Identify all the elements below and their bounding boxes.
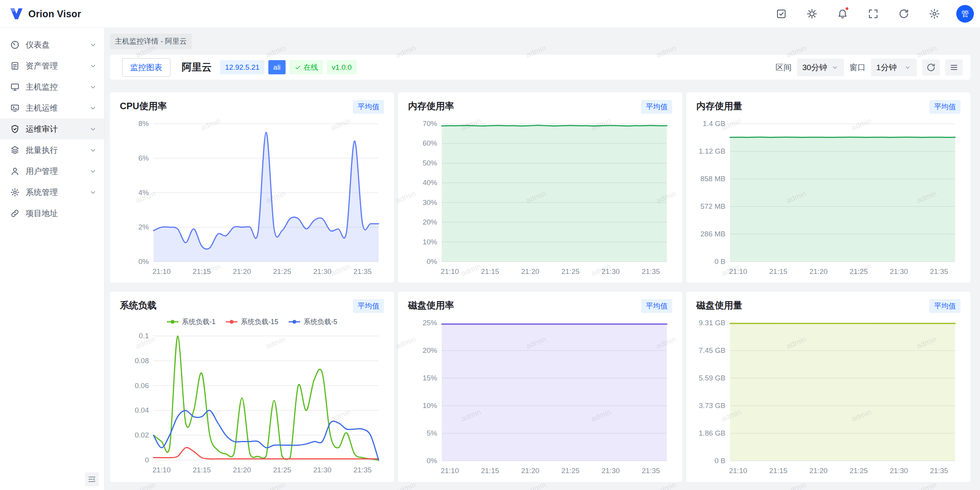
sidebar-item-6[interactable]: 用户管理 — [0, 161, 104, 182]
notification-dot — [845, 7, 849, 11]
svg-text:60%: 60% — [423, 139, 437, 147]
batch-layers-icon — [10, 145, 20, 155]
svg-text:21:20: 21:20 — [809, 267, 828, 275]
svg-text:20%: 20% — [423, 218, 437, 226]
svg-text:21:25: 21:25 — [561, 467, 580, 475]
svg-text:0%: 0% — [427, 257, 438, 265]
header-actions: 管 — [773, 5, 974, 23]
user-avatar[interactable]: 管 — [956, 5, 974, 23]
svg-text:21:20: 21:20 — [521, 267, 539, 275]
settings-gear-button[interactable] — [926, 5, 943, 23]
chevron-down-icon — [89, 62, 97, 70]
svg-text:21:30: 21:30 — [313, 466, 332, 474]
sidebar-item-label: 项目地址 — [26, 208, 97, 219]
svg-text:21:35: 21:35 — [642, 267, 660, 275]
sidebar-item-label: 系统管理 — [26, 187, 83, 198]
svg-text:21:30: 21:30 — [601, 467, 620, 475]
theme-sun-button[interactable] — [803, 5, 821, 23]
svg-text:21:25: 21:25 — [849, 267, 868, 275]
chevron-down-icon — [89, 41, 97, 49]
legend-item-0[interactable]: 系统负载-1 — [167, 317, 216, 326]
window-select[interactable]: 1分钟 — [871, 59, 917, 76]
svg-text:21:10: 21:10 — [441, 467, 459, 475]
host-tag-1: ali — [268, 60, 286, 74]
sidebar-item-2[interactable]: 主机监控 — [0, 76, 104, 97]
sidebar-item-7[interactable]: 系统管理 — [0, 182, 104, 203]
sidebar-item-label: 批量执行 — [26, 145, 83, 156]
theme-sun-icon — [806, 8, 818, 20]
chart-card-head: 磁盘使用率平均值 — [408, 299, 672, 315]
legend-marker-icon — [288, 320, 301, 324]
refresh-button[interactable] — [895, 5, 913, 23]
svg-text:21:10: 21:10 — [441, 267, 459, 275]
chevron-down-icon — [89, 104, 97, 112]
sidebar-item-label: 用户管理 — [26, 166, 83, 177]
series-legend-badge[interactable]: 平均值 — [929, 299, 960, 313]
series-legend-badge[interactable]: 平均值 — [641, 299, 672, 313]
series-legend-badge[interactable]: 平均值 — [353, 299, 384, 313]
sidebar-item-0[interactable]: 仪表盘 — [0, 34, 104, 55]
svg-text:10%: 10% — [423, 238, 437, 246]
svg-text:8%: 8% — [139, 120, 149, 128]
svg-text:0.06: 0.06 — [135, 382, 149, 390]
legend-label: 系统负载-1 — [182, 317, 216, 326]
host-name: 阿里云 — [182, 61, 212, 74]
tag-text: v1.0.0 — [332, 63, 352, 72]
breadcrumb[interactable]: 主机监控详情 - 阿里云 — [110, 34, 192, 49]
monitor-chart-button[interactable]: 监控图表 — [122, 58, 170, 77]
list-icon — [949, 62, 959, 72]
system-gear-icon — [10, 187, 20, 197]
svg-text:21:30: 21:30 — [601, 267, 620, 275]
svg-text:0.1: 0.1 — [139, 332, 149, 340]
avatar-text: 管 — [961, 9, 969, 19]
refresh-charts-button[interactable] — [922, 59, 940, 75]
series-legend-badge[interactable]: 平均值 — [929, 100, 960, 114]
chart-legend: 系统负载-1系统负载-15系统负载-5 — [120, 315, 384, 328]
svg-text:0%: 0% — [139, 257, 149, 265]
sidebar-item-8[interactable]: 项目地址 — [0, 203, 104, 224]
svg-text:2%: 2% — [139, 223, 149, 231]
chart-layout-button[interactable] — [945, 59, 963, 75]
svg-text:5%: 5% — [427, 429, 438, 437]
legend-item-1[interactable]: 系统负载-15 — [225, 317, 278, 326]
notifications-bell-button[interactable] — [834, 5, 851, 23]
host-tag-2: 在线 — [289, 60, 323, 74]
chart-card-3: 系统负载平均值系统负载-1系统负载-15系统负载-500.020.040.060… — [110, 292, 394, 482]
sidebar-item-label: 运维审计 — [26, 124, 83, 134]
sidebar-item-3[interactable]: 主机运维 — [0, 97, 104, 118]
interval-value: 30分钟 — [802, 62, 827, 73]
charts-grid: CPU使用率平均值0%2%4%6%8%21:1021:1521:2021:252… — [110, 92, 970, 482]
dashboard-icon — [10, 40, 20, 50]
sidebar-item-5[interactable]: 批量执行 — [0, 139, 104, 161]
interval-select[interactable]: 30分钟 — [797, 59, 844, 76]
chart-plot: 0%10%20%30%40%50%60%70%21:1021:1521:2021… — [408, 116, 672, 279]
chevron-down-icon — [89, 83, 97, 91]
chart-card-head: 磁盘使用量平均值 — [696, 299, 960, 315]
chart-title: CPU使用率 — [120, 100, 167, 112]
monitor-icon — [10, 82, 20, 92]
chart-title: 磁盘使用率 — [408, 299, 454, 311]
host-tag-0: 12.92.5.21 — [220, 60, 265, 74]
svg-text:21:15: 21:15 — [769, 267, 787, 275]
svg-text:6%: 6% — [139, 154, 149, 162]
chart-card-1: 内存使用率平均值0%10%20%30%40%50%60%70%21:1021:1… — [398, 92, 682, 283]
svg-text:0.04: 0.04 — [135, 406, 149, 414]
chart-plot: 00.020.040.060.080.121:1021:1521:2021:25… — [120, 328, 384, 477]
check-square-button[interactable] — [773, 5, 790, 23]
fullscreen-button[interactable] — [864, 5, 882, 23]
svg-text:0.08: 0.08 — [135, 357, 149, 365]
collapse-sidebar-button[interactable] — [85, 472, 99, 486]
svg-text:21:30: 21:30 — [890, 467, 908, 475]
svg-text:286 MB: 286 MB — [701, 230, 725, 238]
sidebar-item-4[interactable]: 运维审计 — [0, 118, 104, 139]
chevron-down-icon — [904, 64, 911, 71]
legend-item-2[interactable]: 系统负载-5 — [288, 317, 337, 326]
sidebar-item-1[interactable]: 资产管理 — [0, 55, 104, 76]
series-legend-badge[interactable]: 平均值 — [353, 100, 384, 114]
tag-text: ali — [273, 63, 281, 72]
chevron-down-icon — [831, 64, 839, 71]
app-header: Orion Visor 管 — [0, 0, 980, 28]
chart-plot: 0 B286 MB572 MB858 MB1.12 GB1.4 GB21:102… — [696, 116, 960, 279]
svg-text:0%: 0% — [427, 457, 438, 465]
series-legend-badge[interactable]: 平均值 — [641, 100, 672, 114]
